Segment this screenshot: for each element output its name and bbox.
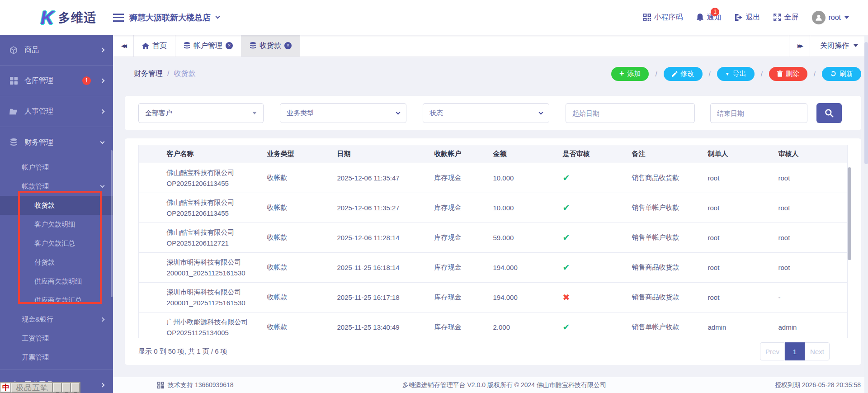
date: 2025-11-25 16:17:18: [330, 283, 427, 313]
tab-home[interactable]: 首页: [134, 35, 175, 57]
table-row[interactable]: 深圳市明海科技有限公司200001_20251125161530 收帐款 202…: [139, 253, 848, 283]
fullscreen-icon: [774, 14, 781, 21]
sidebar-item-goods[interactable]: 商品: [0, 35, 113, 66]
remark: 销售单帐户收款: [625, 313, 701, 338]
creator: admin: [701, 313, 771, 338]
ime-button[interactable]: _: [62, 383, 71, 393]
sidebar-subitem-label: 收货款: [34, 201, 55, 210]
fullscreen-label: 全屏: [784, 13, 798, 22]
remark: 销售单帐户收款: [625, 193, 701, 223]
tab-label: 首页: [152, 41, 167, 51]
pagination-prev-button[interactable]: Prev: [760, 342, 785, 360]
audit-status-icon: ✖: [563, 293, 570, 302]
table-row[interactable]: 佛山酷宝科技有限公司OP20251206112721 收帐款 2025-12-0…: [139, 223, 848, 253]
page-scrollbar-thumb[interactable]: [864, 42, 868, 164]
start-date-input[interactable]: [566, 103, 695, 123]
sidebar-item-warehouse[interactable]: 仓库管理 1: [0, 66, 113, 96]
breadcrumb-section[interactable]: 财务管理: [134, 69, 163, 79]
audit-status-icon: ✔: [563, 233, 570, 242]
sidebar-subitem-label: 付货款: [34, 258, 55, 267]
close-operations-label: 关闭操作: [820, 41, 849, 51]
table-row[interactable]: 佛山酷宝科技有限公司OP20251206113455 收帐款 2025-12-0…: [139, 163, 848, 193]
ime-button[interactable]: _: [71, 383, 80, 393]
tab-receive-payment[interactable]: 收货款 ×: [241, 35, 300, 57]
creator: root: [701, 223, 771, 253]
customer-select[interactable]: 全部客户: [138, 103, 264, 123]
close-operations-dropdown[interactable]: 关闭操作: [810, 35, 868, 57]
fullscreen-button[interactable]: 全屏: [774, 13, 798, 22]
pagination-page-1[interactable]: 1: [785, 342, 805, 360]
menu-toggle-icon[interactable]: [113, 14, 124, 22]
notifications-button[interactable]: 通知 1: [696, 13, 721, 22]
sidebar-subitem-customer-debt-summary[interactable]: 客户欠款汇总: [0, 234, 113, 253]
end-date-input[interactable]: [710, 103, 807, 123]
sidebar-subitem-pay-goods[interactable]: 付货款: [0, 253, 113, 272]
sidebar-subitem-customer-debt-detail[interactable]: 客户欠款明细: [0, 215, 113, 234]
store-name[interactable]: 狮慧大沥联新大楼总店: [129, 12, 211, 23]
warehouse-badge: 1: [82, 76, 91, 85]
search-button[interactable]: [816, 103, 842, 123]
table-row[interactable]: 佛山酷宝科技有限公司OP20251206113455 收帐款 2025-12-0…: [139, 193, 848, 223]
customer-name: 深圳市明海科技有限公司: [167, 287, 256, 297]
date: 2025-11-25 16:18:14: [330, 253, 427, 283]
pagination: Prev 1 Next: [760, 342, 830, 360]
order-number: 200001_20251125161530: [167, 298, 256, 308]
delete-button[interactable]: 删除: [769, 67, 807, 81]
tab-close-icon[interactable]: ×: [284, 42, 292, 49]
col-remark: 备注: [625, 145, 701, 163]
business-type: 收帐款: [260, 163, 330, 193]
store-chevron-down-icon[interactable]: [216, 14, 220, 19]
sidebar-subitem-account-mgmt[interactable]: 帐户管理: [0, 158, 113, 177]
sidebar-item-hr[interactable]: 人事管理: [0, 96, 113, 127]
table-scrollbar[interactable]: [848, 167, 851, 260]
cube-icon: [9, 46, 18, 54]
sidebar-subitem-receive-payment[interactable]: 收货款: [0, 196, 113, 215]
page-scrollbar-track[interactable]: [864, 35, 868, 393]
tab-account-mgmt[interactable]: 帐户管理 ×: [175, 35, 241, 57]
auditor: -: [771, 283, 848, 313]
sidebar-subitem-label: 开票管理: [22, 353, 104, 362]
logout-button[interactable]: 退出: [735, 13, 760, 22]
top-header: K 多维适 狮慧大沥联新大楼总店 小程序码 通知 1 退出: [0, 0, 868, 35]
caret-down-icon: [252, 112, 257, 114]
tabs-scroll-left-button[interactable]: ◀◀: [113, 35, 134, 57]
bottom-info-bar: 技术支持 13660939618 多维适进销存管理平台 V2.0.0 版权所有 …: [113, 377, 868, 393]
tab-close-icon[interactable]: ×: [226, 42, 233, 49]
sidebar-subitem-invoice-mgmt[interactable]: 开票管理: [0, 348, 113, 367]
sidebar-scrollbar[interactable]: [111, 150, 113, 297]
tech-support: 技术支持 13660939618: [168, 381, 234, 389]
database-icon: [184, 42, 190, 49]
table-row[interactable]: 深圳市明海科技有限公司200001_20251125161530 收帐款 202…: [139, 283, 848, 313]
business-type-select[interactable]: 业务类型: [280, 103, 406, 123]
export-button[interactable]: ▼ 导出: [717, 67, 755, 81]
amount: 59.000: [486, 223, 556, 253]
sidebar-subitem-payment-mgmt[interactable]: 帐款管理: [0, 177, 113, 196]
breadcrumb: 财务管理 / 收货款: [134, 69, 195, 79]
pagination-next-button[interactable]: Next: [805, 342, 830, 360]
sidebar-subitem-salary-mgmt[interactable]: 工资管理: [0, 329, 113, 348]
edit-button[interactable]: 修改: [664, 67, 703, 81]
creator: root: [701, 163, 771, 193]
sidebar-item-finance[interactable]: 财务管理: [0, 127, 113, 158]
customer-name: 深圳市明海科技有限公司: [167, 257, 256, 267]
business-type-value: 业务类型: [287, 109, 396, 118]
remark: 销售单帐户收款: [625, 223, 701, 253]
sidebar-subitem-cash-bank[interactable]: 现金&银行: [0, 310, 113, 329]
order-number: 200001_20251125161530: [167, 268, 256, 278]
delete-label: 删除: [786, 70, 799, 78]
user-menu[interactable]: root: [812, 11, 849, 24]
sidebar-subitem-supplier-debt-detail[interactable]: 供应商欠款明细: [0, 272, 113, 291]
grid-icon: [9, 77, 18, 85]
tabs-scroll-right-button[interactable]: ▶▶: [789, 35, 810, 57]
ime-button[interactable]: _: [53, 383, 62, 393]
status-select[interactable]: 状态: [423, 103, 549, 123]
creator: root: [701, 193, 771, 223]
sidebar-subitem-supplier-debt-summary[interactable]: 供应商欠款汇总: [0, 291, 113, 310]
add-button[interactable]: + 添加: [611, 67, 649, 81]
ime-language-button[interactable]: 中: [0, 383, 11, 393]
chevron-right-icon: [100, 79, 105, 83]
table-row[interactable]: 广州小欧能源科技有限公司OP20251125134005 收帐款 2025-11…: [139, 313, 848, 338]
auditor: root: [771, 163, 848, 193]
refresh-button[interactable]: 刷新: [822, 67, 861, 81]
miniprogram-qrcode-button[interactable]: 小程序码: [643, 13, 683, 22]
